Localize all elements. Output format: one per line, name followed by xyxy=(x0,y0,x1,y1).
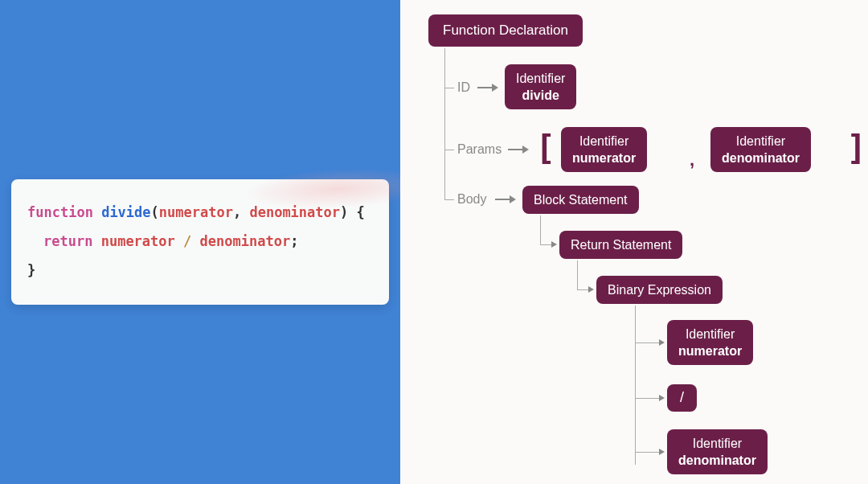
keyword-return: return xyxy=(43,233,92,249)
branch-params-h xyxy=(444,150,454,150)
return-numerator: numerator xyxy=(101,233,175,249)
line-binary-op-h xyxy=(635,398,659,399)
line-return-binary-h xyxy=(577,289,588,290)
close-brace: } xyxy=(27,262,35,278)
node-binary-numerator-title: Identifier xyxy=(686,326,735,342)
code-line-3: } xyxy=(27,256,373,285)
svg-marker-3 xyxy=(522,146,529,154)
semicolon: ; xyxy=(290,233,298,249)
param-denominator: denominator xyxy=(249,204,340,220)
node-binary-denominator-title: Identifier xyxy=(693,436,742,451)
node-binary-expression-label: Binary Expression xyxy=(608,282,711,297)
node-param-denominator-title: Identifier xyxy=(736,133,785,149)
arrow-params xyxy=(508,143,529,156)
bracket-open: [ xyxy=(535,129,555,168)
ast-panel: Function Declaration ID Identifier divid… xyxy=(400,0,868,484)
node-identifier-divide-value: divide xyxy=(522,88,559,103)
node-return-statement-label: Return Statement xyxy=(571,237,671,252)
code-line-1: function divide(numerator, denominator) … xyxy=(27,199,373,228)
node-identifier-divide-title: Identifier xyxy=(516,71,565,86)
close-paren: ) xyxy=(340,204,348,220)
code-line-2: return numerator / denominator; xyxy=(27,228,373,256)
node-binary-numerator: Identifier numerator xyxy=(667,320,753,365)
open-brace: { xyxy=(357,204,365,220)
node-param-numerator-title: Identifier xyxy=(579,133,628,149)
arrow-return-binary xyxy=(588,286,594,293)
params-comma: , xyxy=(690,150,694,170)
line-block-return-h xyxy=(540,244,551,245)
bracket-close: ] xyxy=(846,129,866,168)
node-param-numerator: Identifier numerator xyxy=(561,127,647,172)
node-block-statement: Block Statement xyxy=(522,186,639,214)
label-body: Body xyxy=(457,192,486,207)
node-binary-denominator: Identifier denominator xyxy=(667,429,768,474)
arrow-block-return xyxy=(551,241,557,248)
node-binary-numerator-value: numerator xyxy=(678,343,742,359)
return-denominator: denominator xyxy=(200,233,291,249)
tree-trunk xyxy=(444,48,445,199)
svg-marker-5 xyxy=(510,195,516,203)
svg-marker-1 xyxy=(492,84,498,92)
node-binary-denominator-value: denominator xyxy=(678,453,756,468)
arrow-body xyxy=(495,193,516,206)
label-id: ID xyxy=(457,80,470,95)
branch-body-h xyxy=(444,199,454,200)
param-numerator: numerator xyxy=(159,204,233,220)
node-function-declaration-label: Function Declaration xyxy=(443,23,568,39)
line-binary-trunk xyxy=(635,306,636,465)
line-binary-den-h xyxy=(635,452,659,453)
open-paren: ( xyxy=(151,204,159,220)
node-binary-operator-label: / xyxy=(680,389,684,407)
branch-id-h xyxy=(444,88,454,88)
node-param-denominator-value: denominator xyxy=(722,150,800,166)
line-binary-num-h xyxy=(635,342,659,343)
node-binary-expression: Binary Expression xyxy=(596,276,723,304)
node-block-statement-label: Block Statement xyxy=(534,192,628,207)
node-param-denominator: Identifier denominator xyxy=(710,127,811,172)
code-box: function divide(numerator, denominator) … xyxy=(11,179,389,304)
arrow-binary-op xyxy=(659,395,665,401)
code-panel: function divide(numerator, denominator) … xyxy=(0,0,400,484)
node-binary-operator: / xyxy=(667,384,697,412)
label-params: Params xyxy=(457,142,502,157)
node-function-declaration: Function Declaration xyxy=(428,14,583,47)
line-block-return-v xyxy=(540,215,541,244)
arrow-id xyxy=(477,81,498,94)
function-name: divide xyxy=(101,204,150,220)
arrow-binary-num xyxy=(659,339,665,346)
node-param-numerator-value: numerator xyxy=(572,150,636,166)
arrow-binary-den xyxy=(659,449,665,455)
operator-divide: / xyxy=(183,233,191,249)
line-return-binary-v xyxy=(577,260,578,289)
node-identifier-divide: Identifier divide xyxy=(505,64,576,109)
comma: , xyxy=(233,204,241,220)
keyword-function: function xyxy=(27,204,93,220)
node-return-statement: Return Statement xyxy=(559,231,682,259)
